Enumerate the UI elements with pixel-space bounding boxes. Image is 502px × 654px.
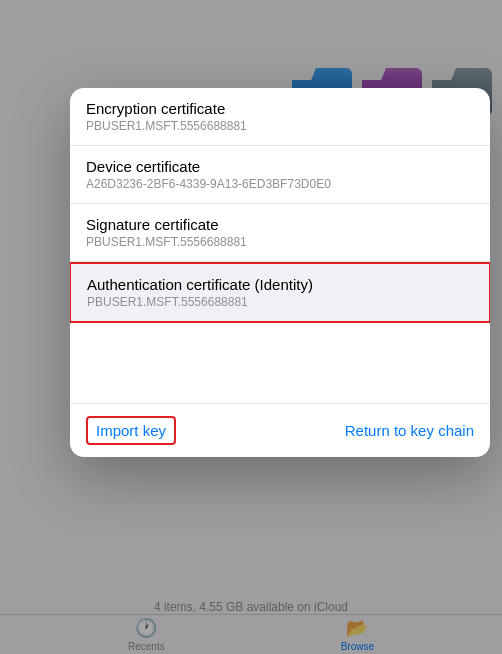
cert-name-authentication: Authentication certificate (Identity) xyxy=(87,276,473,293)
import-key-button[interactable]: Import key xyxy=(86,416,176,445)
cert-item-authentication[interactable]: Authentication certificate (Identity) PB… xyxy=(70,262,490,323)
cert-sub-encryption: PBUSER1.MSFT.5556688881 xyxy=(86,119,474,133)
cert-item-signature[interactable]: Signature certificate PBUSER1.MSFT.55566… xyxy=(70,204,490,262)
cert-sub-device: A26D3236-2BF6-4339-9A13-6ED3BF73D0E0 xyxy=(86,177,474,191)
certificate-modal: Encryption certificate PBUSER1.MSFT.5556… xyxy=(70,88,490,457)
cert-sub-authentication: PBUSER1.MSFT.5556688881 xyxy=(87,295,473,309)
return-keychain-button[interactable]: Return to key chain xyxy=(345,422,474,439)
cert-item-encryption[interactable]: Encryption certificate PBUSER1.MSFT.5556… xyxy=(70,88,490,146)
cert-name-signature: Signature certificate xyxy=(86,216,474,233)
cert-name-encryption: Encryption certificate xyxy=(86,100,474,117)
cert-item-device[interactable]: Device certificate A26D3236-2BF6-4339-9A… xyxy=(70,146,490,204)
cert-name-device: Device certificate xyxy=(86,158,474,175)
cert-sub-signature: PBUSER1.MSFT.5556688881 xyxy=(86,235,474,249)
modal-footer: Import key Return to key chain xyxy=(70,403,490,457)
modal-empty-space xyxy=(70,323,490,403)
